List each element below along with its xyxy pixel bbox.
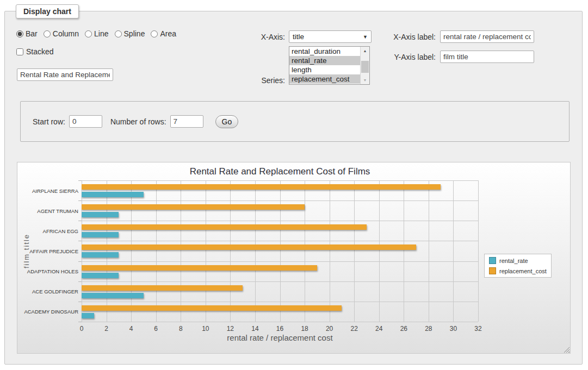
legend-label-rental_rate: rental_rate [499, 258, 528, 264]
y-tick [78, 302, 82, 302]
plot-area: 02468101214161820222426283032AIRPLANE SI… [82, 180, 478, 322]
bar-rental_rate [82, 212, 119, 217]
x-gridline [379, 180, 380, 322]
chart-title-input[interactable] [17, 68, 113, 81]
x-axis-label-input[interactable] [440, 30, 534, 43]
start-row-input[interactable] [69, 115, 102, 128]
y-axis-label-input[interactable] [440, 51, 534, 63]
x-tick-label: 6 [147, 325, 165, 333]
series-option-rental_rate[interactable]: rental_rate [289, 56, 360, 65]
radio-line[interactable] [85, 30, 92, 37]
chart-type-radio-group: BarColumnLineSplineArea [16, 29, 176, 38]
x-gridline [429, 180, 429, 322]
x-tick-label: 8 [171, 325, 190, 333]
y-tick [78, 241, 82, 241]
stacked-checkbox[interactable] [16, 48, 23, 55]
scroll-down-icon[interactable]: ▼ [361, 76, 369, 84]
x-axis-select-value: title [293, 33, 363, 41]
y-gridline [82, 322, 478, 322]
x-tick-label: 32 [469, 325, 487, 333]
go-button[interactable]: Go [215, 115, 239, 128]
bar-rental_rate [82, 313, 94, 318]
x-tick-label: 16 [271, 325, 289, 333]
legend-swatch-replacement_cost [489, 267, 496, 274]
bar-rental_rate [82, 273, 119, 278]
category-label: ACE GOLDFINGER [21, 289, 78, 294]
x-tick-label: 2 [97, 325, 116, 333]
y-gridline [82, 261, 478, 262]
legend-item-rental_rate[interactable]: rental_rate [489, 257, 547, 264]
y-gridline [82, 281, 478, 282]
x-axis-title: rental rate / replacement cost [82, 333, 478, 342]
radio-label-spline: Spline [124, 29, 145, 38]
y-gridline [82, 221, 478, 221]
x-tick-label: 18 [295, 325, 314, 333]
bar-replacement_cost [82, 244, 416, 250]
category-label: AFFAIR PREJUDICE [21, 248, 78, 254]
scrollbar-thumb[interactable] [361, 61, 369, 73]
chevron-down-icon: ▼ [363, 34, 368, 40]
legend-swatch-rental_rate [489, 257, 496, 264]
series-caption: Series: [240, 76, 285, 85]
x-tick-label: 10 [196, 325, 215, 333]
legend-label-replacement_cost: replacement_cost [499, 268, 547, 274]
radio-column[interactable] [44, 30, 51, 37]
x-tick-label: 30 [444, 325, 462, 333]
x-gridline [107, 180, 107, 322]
x-gridline [181, 180, 181, 322]
x-gridline [305, 180, 305, 322]
chart-container: Rental Rate and Replacement Cost of Film… [17, 162, 571, 354]
panel-title: Display chart [16, 4, 79, 18]
y-gridline [82, 200, 478, 201]
series-listbox[interactable]: rental_durationrental_ratelengthreplacem… [289, 46, 370, 85]
y-axis-label-caption: Y-Axis label: [381, 53, 436, 61]
series-options: rental_durationrental_ratelengthreplacem… [289, 47, 360, 84]
x-gridline [82, 180, 82, 322]
x-gridline [230, 180, 231, 322]
y-tick [78, 200, 82, 201]
x-gridline [131, 180, 132, 322]
bar-replacement_cost [82, 184, 441, 190]
x-gridline [404, 180, 404, 322]
bar-replacement_cost [82, 204, 305, 210]
resize-grip-icon[interactable] [564, 347, 570, 353]
radio-label-area: Area [160, 29, 176, 38]
radio-label-line: Line [94, 29, 108, 38]
x-tick-label: 28 [419, 325, 438, 333]
scroll-up-icon[interactable]: ▲ [361, 47, 369, 55]
scrollbar[interactable]: ▲ ▼ [360, 47, 369, 84]
number-of-rows-input[interactable] [170, 115, 203, 128]
y-tick [78, 221, 82, 221]
category-label: AFRICAN EGG [21, 228, 78, 234]
y-tick [78, 281, 82, 282]
chart-type-option-spline: Spline [115, 29, 145, 38]
x-axis-select[interactable]: title ▼ [289, 30, 372, 43]
series-option-rental_duration[interactable]: rental_duration [289, 47, 360, 56]
legend-item-replacement_cost[interactable]: replacement_cost [489, 267, 547, 274]
y-gridline [82, 180, 478, 181]
chart-type-option-column: Column [44, 29, 79, 38]
category-label: AGENT TRUMAN [21, 208, 78, 214]
radio-bar[interactable] [16, 30, 23, 37]
chart-type-option-area: Area [151, 29, 176, 38]
bar-replacement_cost [82, 285, 243, 291]
stacked-label: Stacked [26, 47, 54, 56]
x-tick-label: 12 [221, 325, 239, 333]
radio-spline[interactable] [115, 30, 122, 37]
chart-legend: rental_ratereplacement_cost [484, 254, 552, 278]
series-option-length[interactable]: length [289, 65, 360, 74]
y-gridline [82, 241, 478, 241]
category-label: ACADEMY DINOSAUR [21, 309, 78, 315]
stacked-row: Stacked [16, 47, 54, 56]
x-gridline [206, 180, 206, 322]
y-gridline [82, 302, 478, 302]
radio-area[interactable] [151, 30, 158, 37]
x-axis-label-caption: X-Axis label: [381, 33, 436, 41]
x-gridline [354, 180, 355, 322]
x-tick-label: 24 [370, 325, 388, 333]
start-row-caption: Start row: [33, 117, 65, 126]
bar-replacement_cost [82, 265, 317, 271]
x-gridline [330, 180, 330, 322]
x-gridline [280, 180, 281, 322]
series-option-replacement_cost[interactable]: replacement_cost [289, 74, 360, 84]
